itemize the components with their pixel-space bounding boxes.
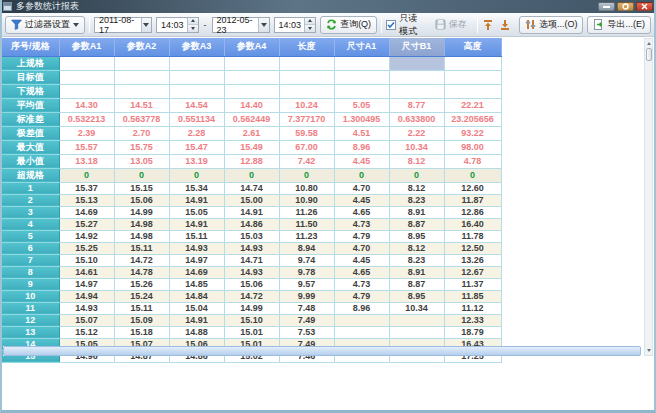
grid-cell[interactable]: 15.11 — [114, 242, 169, 254]
row-header[interactable]: 9 — [2, 278, 59, 290]
grid-cell[interactable]: 2.39 — [59, 126, 114, 140]
grid-cell[interactable]: 14.98 — [114, 218, 169, 230]
grid-cell[interactable] — [169, 70, 224, 84]
minimize-button[interactable] — [598, 2, 615, 11]
grid-cell[interactable] — [334, 326, 389, 338]
grid-cell[interactable]: 10.34 — [389, 302, 444, 314]
grid-cell[interactable]: 8.95 — [389, 290, 444, 302]
grid-cell[interactable]: 10.34 — [389, 140, 444, 154]
grid-cell[interactable] — [59, 70, 114, 84]
grid-cell[interactable]: 7.48 — [279, 302, 334, 314]
grid-cell[interactable]: 7.49 — [279, 314, 334, 326]
grid-cell[interactable] — [114, 70, 169, 84]
grid-cell[interactable]: 8.96 — [334, 302, 389, 314]
grid-cell[interactable]: 14.88 — [169, 326, 224, 338]
row-header[interactable]: 6 — [2, 242, 59, 254]
grid-cell[interactable]: 14.94 — [59, 290, 114, 302]
grid-cell[interactable]: 15.10 — [59, 254, 114, 266]
grid-cell[interactable]: 14.72 — [114, 254, 169, 266]
grid-cell[interactable]: 8.12 — [389, 154, 444, 168]
grid-cell[interactable] — [169, 56, 224, 70]
grid-cell[interactable]: 14.86 — [224, 218, 279, 230]
grid-cell[interactable] — [334, 70, 389, 84]
grid-cell[interactable]: 10.80 — [279, 182, 334, 194]
grid-cell[interactable]: 14.97 — [169, 254, 224, 266]
grid-cell[interactable]: 59.58 — [279, 126, 334, 140]
save-button[interactable]: 保存 — [429, 16, 473, 34]
grid-cell[interactable] — [169, 84, 224, 98]
grid-cell[interactable] — [114, 84, 169, 98]
row-header[interactable]: 13 — [2, 326, 59, 338]
grid-cell[interactable]: 15.04 — [169, 302, 224, 314]
row-header[interactable]: 最大值 — [2, 140, 59, 154]
time-from-spinner[interactable] — [187, 18, 198, 32]
grid-cell[interactable]: 14.93 — [224, 242, 279, 254]
grid-cell[interactable]: 2.28 — [169, 126, 224, 140]
column-header[interactable]: 尺寸A1 — [334, 38, 389, 56]
grid-cell[interactable] — [444, 56, 501, 70]
grid-cell[interactable]: 0.532213 — [59, 112, 114, 126]
grid-cell[interactable]: 14.91 — [169, 218, 224, 230]
grid-cell[interactable]: 12.67 — [444, 266, 501, 278]
grid-cell[interactable]: 14.99 — [224, 302, 279, 314]
grid-cell[interactable]: 12.86 — [444, 206, 501, 218]
grid-cell[interactable] — [279, 84, 334, 98]
grid-cell[interactable]: 15.24 — [114, 290, 169, 302]
grid-cell[interactable]: 0 — [114, 168, 169, 182]
horizontal-scrollbar-thumb[interactable] — [3, 346, 641, 356]
grid-cell[interactable] — [279, 70, 334, 84]
grid-cell[interactable]: 4.79 — [334, 290, 389, 302]
grid-cell[interactable]: 12.88 — [224, 154, 279, 168]
grid-cell[interactable] — [389, 84, 444, 98]
grid-cell[interactable]: 15.18 — [114, 326, 169, 338]
grid-cell[interactable]: 2.70 — [114, 126, 169, 140]
grid-cell[interactable]: 15.26 — [114, 278, 169, 290]
row-header[interactable]: 超规格 — [2, 168, 59, 182]
grid-cell[interactable]: 4.70 — [334, 242, 389, 254]
grid-cell[interactable] — [279, 56, 334, 70]
grid-cell[interactable]: 4.45 — [334, 254, 389, 266]
grid-cell[interactable]: 11.23 — [279, 230, 334, 242]
grid-cell[interactable]: 11.50 — [279, 218, 334, 230]
grid-cell[interactable]: 14.61 — [59, 266, 114, 278]
column-header[interactable]: 尺寸B1 — [389, 38, 444, 56]
grid-cell[interactable]: 15.15 — [114, 182, 169, 194]
grid-cell[interactable]: 15.13 — [59, 194, 114, 206]
grid-cell[interactable]: 4.79 — [334, 230, 389, 242]
grid-cell[interactable] — [389, 56, 444, 70]
row-header[interactable]: 目标值 — [2, 70, 59, 84]
grid-cell[interactable]: 15.05 — [169, 206, 224, 218]
close-button[interactable] — [636, 2, 653, 11]
grid-cell[interactable]: 14.97 — [59, 278, 114, 290]
grid-cell[interactable]: 4.45 — [334, 154, 389, 168]
grid-cell[interactable]: 14.93 — [169, 242, 224, 254]
vertical-scrollbar-thumb[interactable] — [646, 48, 652, 61]
row-header[interactable]: 最小值 — [2, 154, 59, 168]
column-header[interactable]: 参数A4 — [224, 38, 279, 56]
grid-cell[interactable] — [334, 84, 389, 98]
row-header[interactable]: 7 — [2, 254, 59, 266]
grid-cell[interactable]: 13.18 — [59, 154, 114, 168]
grid-cell[interactable]: 0 — [444, 168, 501, 182]
grid-cell[interactable]: 4.78 — [444, 154, 501, 168]
checkbox-checked-icon[interactable] — [386, 20, 396, 30]
date-to-dropdown[interactable] — [258, 18, 268, 32]
grid-cell[interactable]: 14.93 — [224, 266, 279, 278]
grid-cell[interactable]: 14.93 — [59, 302, 114, 314]
grid-cell[interactable]: 15.06 — [114, 194, 169, 206]
grid-cell[interactable]: 0 — [389, 168, 444, 182]
spin-down-icon[interactable] — [305, 24, 315, 32]
grid-cell[interactable]: 0 — [334, 168, 389, 182]
row-header[interactable]: 上规格 — [2, 56, 59, 70]
grid-cell[interactable]: 8.23 — [389, 194, 444, 206]
move-to-top-button[interactable] — [482, 17, 495, 33]
grid-cell[interactable] — [334, 56, 389, 70]
grid-cell[interactable]: 4.65 — [334, 206, 389, 218]
move-to-bottom-button[interactable] — [498, 17, 511, 33]
grid-cell[interactable]: 0 — [224, 168, 279, 182]
time-from-field[interactable]: 14:03 — [156, 17, 199, 33]
grid-cell[interactable]: 15.11 — [169, 230, 224, 242]
row-header[interactable]: 12 — [2, 314, 59, 326]
grid-cell[interactable] — [389, 70, 444, 84]
grid-cell[interactable]: 8.12 — [389, 182, 444, 194]
